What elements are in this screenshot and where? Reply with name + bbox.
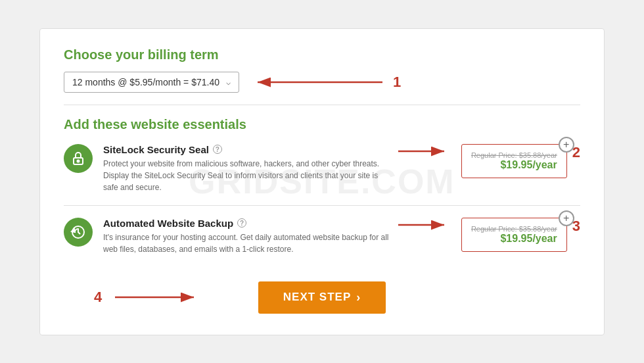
billing-dropdown[interactable]: 12 months @ $5.95/month = $71.40 ⌵ xyxy=(64,72,239,93)
backup-price-box: + Regular Price: $35.88/year $19.95/year xyxy=(461,218,567,252)
divider-1 xyxy=(64,105,580,105)
backup-content: Automated Website Backup ? It's insuranc… xyxy=(103,218,392,255)
main-card: GRIDSITE.COM Choose your billing term 12… xyxy=(39,28,605,335)
sitelock-content: SiteLock Security Seal ? Protect your we… xyxy=(103,144,392,193)
backup-info-icon[interactable]: ? xyxy=(237,218,246,228)
next-step-row: 4 NEXT STEP › xyxy=(64,281,580,314)
billing-section: Choose your billing term 12 months @ $5.… xyxy=(64,47,580,93)
sitelock-sale-price: $19.95/year xyxy=(500,159,557,171)
arrow-1-container: 1 xyxy=(251,74,401,91)
sitelock-plus-button[interactable]: + xyxy=(559,137,574,153)
essentials-section: Add these website essentials SiteLock Se… xyxy=(64,117,580,267)
backup-sale-price: $19.95/year xyxy=(500,233,557,245)
backup-regular-price: Regular Price: $35.88/year xyxy=(471,225,557,233)
next-step-button[interactable]: NEXT STEP › xyxy=(258,281,386,314)
backup-row: Automated Website Backup ? It's insuranc… xyxy=(64,218,580,267)
sitelock-row: SiteLock Security Seal ? Protect your we… xyxy=(64,144,580,206)
step-number-4: 4 xyxy=(94,289,102,306)
backup-title: Automated Website Backup ? xyxy=(103,218,392,229)
backup-desc: It's insurance for your hosting account.… xyxy=(103,231,392,255)
next-step-label: NEXT STEP xyxy=(283,291,351,304)
sitelock-regular-price: Regular Price: $35.88/year xyxy=(471,151,557,159)
svg-marker-7 xyxy=(72,229,75,232)
backup-plus-button[interactable]: + xyxy=(559,210,574,226)
arrow-4-container: 4 xyxy=(90,289,200,306)
backup-icon xyxy=(64,218,93,247)
step-number-1: 1 xyxy=(393,74,401,91)
sitelock-price-box: + Regular Price: $35.88/year $19.95/year xyxy=(461,144,567,178)
svg-point-3 xyxy=(78,160,80,162)
chevron-right-icon: › xyxy=(356,291,361,304)
sitelock-title: SiteLock Security Seal ? xyxy=(103,144,392,155)
billing-title: Choose your billing term xyxy=(64,47,580,62)
arrow-1-icon xyxy=(251,75,389,89)
sitelock-icon xyxy=(64,144,93,173)
arrow-3-container xyxy=(392,218,451,232)
arrow-2-container xyxy=(392,144,451,158)
essentials-title: Add these website essentials xyxy=(64,117,580,132)
chevron-down-icon: ⌵ xyxy=(226,78,231,87)
sitelock-info-icon[interactable]: ? xyxy=(213,145,222,154)
arrow-3-icon xyxy=(392,218,451,232)
arrow-4-icon xyxy=(108,290,200,304)
billing-option: 12 months @ $5.95/month = $71.40 xyxy=(72,77,219,87)
sitelock-desc: Protect your website from malicious soft… xyxy=(103,158,392,193)
arrow-2-icon xyxy=(392,144,451,158)
billing-row: 12 months @ $5.95/month = $71.40 ⌵ 1 xyxy=(64,72,580,93)
